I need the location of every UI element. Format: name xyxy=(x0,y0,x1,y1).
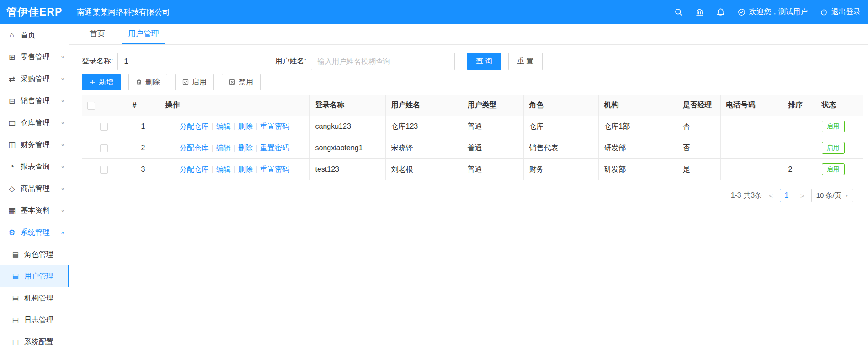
action-assign-warehouse-link[interactable]: 分配仓库 xyxy=(180,165,209,173)
chevron-down-icon: ∨ xyxy=(845,194,848,198)
table-row: 1 分配仓库|编辑|删除|重置密码 cangku123 仓库123 普通 仓库 … xyxy=(82,116,863,137)
action-assign-warehouse-link[interactable]: 分配仓库 xyxy=(180,144,209,152)
chevron-down-icon: ∨ xyxy=(61,164,64,169)
add-button[interactable]: 新增 xyxy=(82,74,121,90)
tab-home[interactable]: 首页 xyxy=(83,24,112,44)
goods-icon: ◇ xyxy=(7,184,16,194)
chevron-down-icon: ∨ xyxy=(61,121,64,125)
power-icon xyxy=(819,7,829,17)
sidebar-item-retail[interactable]: ⊞ 零售管理 ∨ xyxy=(0,46,69,68)
sidebar-item-purchase[interactable]: ⇄ 采购管理 ∨ xyxy=(0,68,69,90)
status-badge[interactable]: 启用 xyxy=(822,163,845,175)
action-edit-link[interactable]: 编辑 xyxy=(216,122,231,130)
welcome-user[interactable]: 欢迎您，测试用户 xyxy=(736,7,808,17)
sidebar-item-reports[interactable]: ◔ 报表查询 ∨ xyxy=(0,156,69,178)
user-name-input[interactable] xyxy=(311,53,455,70)
action-delete-link[interactable]: 删除 xyxy=(238,165,253,173)
row-index: 2 xyxy=(127,137,160,159)
action-delete-link[interactable]: 删除 xyxy=(238,122,253,130)
sidebar-item-system[interactable]: ⚙ 系统管理 ∧ xyxy=(0,221,69,243)
separator: | xyxy=(212,165,213,173)
status-badge[interactable]: 启用 xyxy=(822,142,845,154)
row-checkbox[interactable] xyxy=(100,123,108,131)
sidebar-item-system-config[interactable]: ▤ 系统配置 xyxy=(0,331,69,353)
sidebar-item-org-mgmt[interactable]: ▤ 机构管理 xyxy=(0,287,69,309)
pagination-page-1[interactable]: 1 xyxy=(780,189,793,202)
row-checkbox[interactable] xyxy=(100,166,108,174)
col-phone: 电话号码 xyxy=(720,95,783,116)
cell-org: 研发部 xyxy=(598,159,677,180)
action-edit-link[interactable]: 编辑 xyxy=(216,144,231,152)
cell-role: 销售代表 xyxy=(523,137,598,159)
document-icon: ▤ xyxy=(11,316,20,324)
separator: | xyxy=(212,144,213,152)
action-delete-link[interactable]: 删除 xyxy=(238,144,253,152)
document-icon: ▤ xyxy=(11,250,20,258)
select-all-checkbox[interactable] xyxy=(87,102,95,110)
document-icon: ▤ xyxy=(11,272,20,280)
table-header-row: # 操作 登录名称 用户姓名 用户类型 角色 机构 是否经理 电话号码 排序 状… xyxy=(82,95,863,116)
sidebar-item-role-mgmt[interactable]: ▤ 角色管理 xyxy=(0,243,69,265)
page-size-select[interactable]: 10 条/页 ∨ xyxy=(811,189,853,202)
sidebar-item-user-mgmt[interactable]: ▤ 用户管理 xyxy=(0,265,69,287)
action-reset-password-link[interactable]: 重置密码 xyxy=(260,144,289,152)
row-index: 3 xyxy=(127,159,160,180)
chevron-down-icon: ∨ xyxy=(61,77,64,81)
warehouse-icon: ▤ xyxy=(7,118,16,128)
sidebar-item-goods[interactable]: ◇ 商品管理 ∨ xyxy=(0,178,69,200)
cell-role: 财务 xyxy=(523,159,598,180)
gear-icon: ⚙ xyxy=(7,228,16,237)
toolbar: 新增 删除 启用 禁用 xyxy=(82,74,868,90)
chevron-down-icon: ∨ xyxy=(61,55,64,59)
action-reset-password-link[interactable]: 重置密码 xyxy=(260,122,289,130)
page-size-value: 10 条/页 xyxy=(816,191,841,200)
sidebar-item-home[interactable]: ⌂ 首页 xyxy=(0,24,69,46)
sidebar-item-label: 仓库管理 xyxy=(21,118,50,128)
sidebar-item-finance[interactable]: ◫ 财务管理 ∨ xyxy=(0,134,69,156)
pagination-next-icon[interactable]: > xyxy=(799,192,805,200)
sidebar-item-label: 用户管理 xyxy=(24,272,53,281)
welcome-text: 欢迎您，测试用户 xyxy=(749,7,808,17)
cell-org: 仓库1部 xyxy=(598,116,677,137)
chevron-down-icon: ∨ xyxy=(61,99,64,103)
login-name-input[interactable] xyxy=(117,53,261,70)
cell-phone xyxy=(720,116,783,137)
delete-button[interactable]: 删除 xyxy=(128,74,167,90)
home-bank-icon[interactable] xyxy=(694,7,704,17)
disable-button[interactable]: 禁用 xyxy=(222,74,261,90)
purchase-icon: ⇄ xyxy=(7,74,16,84)
table-row: 2 分配仓库|编辑|删除|重置密码 songxiaofeng1 宋晓锋 普通 销… xyxy=(82,137,863,159)
sidebar-item-warehouse[interactable]: ▤ 仓库管理 ∨ xyxy=(0,112,69,134)
separator: | xyxy=(234,122,235,130)
cell-is-manager: 否 xyxy=(677,116,720,137)
sidebar-item-basic-data[interactable]: ▦ 基本资料 ∨ xyxy=(0,200,69,221)
action-edit-link[interactable]: 编辑 xyxy=(216,165,231,173)
action-assign-warehouse-link[interactable]: 分配仓库 xyxy=(180,122,209,130)
search-icon[interactable] xyxy=(673,7,683,17)
tab-user-mgmt[interactable]: 用户管理 xyxy=(122,24,165,44)
table-row: 3 分配仓库|编辑|删除|重置密码 test123 刘老根 普通 财务 研发部 … xyxy=(82,159,863,180)
header-right: 欢迎您，测试用户 退出登录 xyxy=(673,7,868,17)
row-checkbox[interactable] xyxy=(100,144,108,152)
cell-login-name: songxiaofeng1 xyxy=(309,137,385,159)
sidebar-item-log-mgmt[interactable]: ▤ 日志管理 xyxy=(0,309,69,331)
status-badge[interactable]: 启用 xyxy=(822,121,845,132)
trash-icon xyxy=(136,79,142,85)
cell-is-manager: 是 xyxy=(677,159,720,180)
enable-button[interactable]: 启用 xyxy=(175,74,214,90)
chevron-down-icon: ∨ xyxy=(61,186,64,191)
action-reset-password-link[interactable]: 重置密码 xyxy=(260,165,289,173)
search-button[interactable]: 查 询 xyxy=(467,53,501,70)
separator: | xyxy=(212,122,213,130)
sidebar-item-label: 零售管理 xyxy=(21,53,50,62)
retail-icon: ⊞ xyxy=(7,53,16,62)
pagination-prev-icon[interactable]: < xyxy=(768,192,774,200)
sidebar-item-sales[interactable]: ⊟ 销售管理 ∨ xyxy=(0,90,69,112)
main-content: 首页 用户管理 登录名称: 用户姓名: 查 询 重 置 新增 删除 启用 xyxy=(69,24,868,353)
bell-icon[interactable] xyxy=(715,7,725,17)
col-org: 机构 xyxy=(598,95,677,116)
cell-user-name: 刘老根 xyxy=(385,159,462,180)
filter-row: 登录名称: 用户姓名: 查 询 重 置 xyxy=(82,53,868,70)
logout-button[interactable]: 退出登录 xyxy=(819,7,861,17)
reset-button[interactable]: 重 置 xyxy=(508,53,542,70)
